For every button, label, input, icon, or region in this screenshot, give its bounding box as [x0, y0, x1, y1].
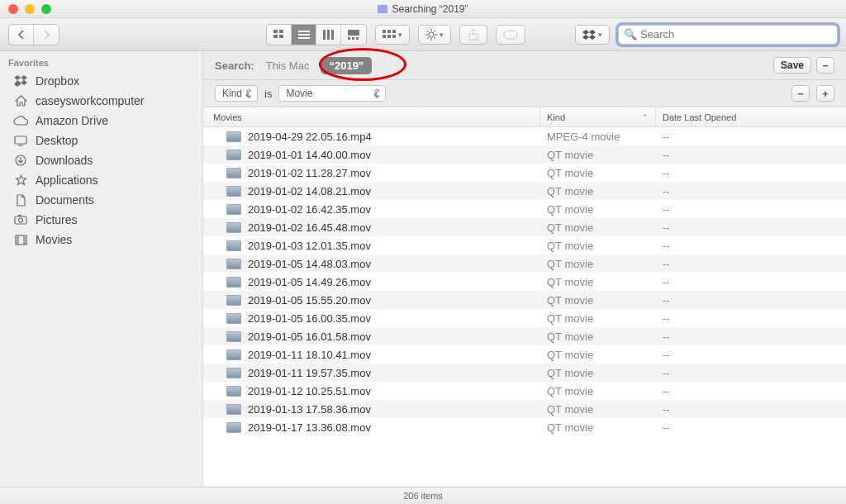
minimize-window-button[interactable]	[25, 4, 35, 14]
list-view-button[interactable]	[292, 25, 316, 45]
file-name: 2019-01-11 19.57.35.mov	[248, 367, 371, 379]
remove-criteria-button[interactable]: −	[791, 85, 810, 102]
nav-forward-button[interactable]	[34, 25, 59, 45]
file-row[interactable]: 2019-01-12 10.25.51.movQT movie--	[203, 382, 846, 400]
svg-rect-16	[392, 30, 396, 33]
svg-rect-11	[348, 37, 350, 40]
file-row[interactable]: 2019-01-13 17.58.36.movQT movie--	[203, 400, 846, 418]
sidebar-item-movies[interactable]: Movies	[0, 230, 202, 250]
column-header-kind[interactable]: Kind⌃	[540, 107, 656, 126]
save-label: Save	[781, 59, 804, 71]
file-kind: QT movie	[540, 167, 656, 179]
file-row[interactable]: 2019-01-05 15.55.20.movQT movie--	[203, 291, 846, 309]
file-row[interactable]: 2019-04-29 22.05.16.mp4MPEG-4 movie--	[203, 127, 846, 145]
sidebar-item-label: Documents	[36, 193, 94, 207]
file-kind: QT movie	[540, 240, 656, 252]
file-kind: QT movie	[540, 312, 656, 325]
chevron-down-icon: ▾	[598, 31, 602, 39]
fullscreen-window-button[interactable]	[41, 4, 51, 14]
save-search-button[interactable]: Save	[773, 57, 811, 74]
file-date: --	[656, 240, 846, 252]
column-header-movies[interactable]: Movies	[203, 107, 540, 126]
file-row[interactable]: 2019-01-05 14.49.26.movQT movie--	[203, 273, 846, 291]
add-criteria-button[interactable]: +	[816, 85, 834, 102]
file-list[interactable]: 2019-04-29 22.05.16.mp4MPEG-4 movie--201…	[203, 127, 846, 487]
view-mode-segmented	[266, 24, 367, 45]
sidebar-item-label: caseysworkcomputer	[36, 94, 145, 107]
gallery-view-button[interactable]	[341, 25, 366, 45]
dropbox-toolbar-button[interactable]: ▾	[575, 25, 610, 45]
file-date: --	[656, 167, 846, 179]
column-view-button[interactable]	[316, 25, 341, 45]
file-row[interactable]: 2019-01-02 16.45.48.movQT movie--	[203, 218, 846, 236]
file-row[interactable]: 2019-01-05 16.00.35.movQT movie--	[203, 309, 846, 327]
file-name: 2019-04-29 22.05.16.mp4	[248, 131, 372, 143]
file-name: 2019-01-02 14.08.21.mov	[248, 185, 371, 197]
tags-button[interactable]	[496, 25, 525, 45]
file-name: 2019-01-13 17.58.36.mov	[248, 403, 371, 416]
search-input[interactable]	[640, 28, 832, 40]
file-row[interactable]: 2019-01-17 13.36.08.movQT movie--	[203, 418, 846, 436]
file-row[interactable]: 2019-01-02 14.08.21.movQT movie--	[203, 182, 846, 200]
file-date: --	[656, 276, 846, 288]
file-row[interactable]: 2019-01-05 14.48.03.movQT movie--	[203, 254, 846, 273]
search-field-wrapper[interactable]: 🔍	[618, 25, 838, 45]
sidebar-item-amazon-drive[interactable]: Amazon Drive	[0, 111, 202, 131]
sidebar-item-dropbox[interactable]: Dropbox	[0, 71, 202, 91]
file-date: --	[656, 312, 846, 325]
chevron-down-icon: ▾	[440, 31, 444, 39]
svg-rect-12	[352, 37, 354, 40]
sidebar-item-desktop[interactable]: Desktop	[0, 131, 202, 150]
file-date: --	[656, 367, 846, 379]
svg-rect-9	[331, 30, 334, 40]
file-date: --	[656, 421, 846, 434]
file-kind: QT movie	[540, 276, 656, 288]
svg-rect-1	[279, 30, 283, 33]
criteria-value-dropdown[interactable]: Movie	[278, 85, 386, 102]
file-row[interactable]: 2019-01-11 19.57.35.movQT movie--	[203, 364, 846, 382]
main-pane: Search: This Mac “2019” Save − Kind is M…	[203, 51, 846, 487]
svg-rect-7	[323, 30, 326, 40]
share-button[interactable]	[459, 25, 487, 45]
file-row[interactable]: 2019-01-02 11.28.27.movQT movie--	[203, 164, 846, 182]
movie-thumb-icon	[226, 168, 241, 178]
group-by-button[interactable]: ▾	[375, 25, 410, 45]
close-window-button[interactable]	[8, 4, 18, 14]
icon-view-button[interactable]	[267, 25, 292, 45]
sort-asc-icon: ⌃	[642, 113, 649, 121]
movie-thumb-icon	[226, 422, 241, 433]
sidebar-item-applications[interactable]: Applications	[0, 170, 202, 190]
sidebar-item-documents[interactable]: Documents	[0, 190, 202, 210]
file-row[interactable]: 2019-01-05 16.01.58.movQT movie--	[203, 327, 846, 345]
file-name: 2019-01-03 12.01.35.mov	[248, 240, 371, 252]
remove-scope-button[interactable]: −	[816, 57, 834, 74]
file-name: 2019-01-17 13.36.08.mov	[248, 421, 371, 434]
sidebar-item-caseysworkcomputer[interactable]: caseysworkcomputer	[0, 91, 202, 111]
svg-rect-36	[18, 215, 21, 216]
scope-token-2019[interactable]: “2019”	[321, 57, 372, 74]
movie-thumb-icon	[226, 204, 241, 215]
action-menu-button[interactable]: ▾	[418, 25, 451, 45]
apps-icon	[13, 174, 28, 187]
file-kind: QT movie	[540, 385, 656, 397]
column-header-date[interactable]: Date Last Opened	[656, 107, 846, 126]
file-row[interactable]: 2019-01-02 16.42.35.movQT movie--	[203, 200, 846, 218]
criteria-field-dropdown[interactable]: Kind	[215, 85, 258, 102]
item-count: 206 items	[403, 491, 443, 501]
sidebar-item-downloads[interactable]: Downloads	[0, 150, 202, 170]
movie-thumb-icon	[226, 150, 241, 160]
nav-back-button[interactable]	[9, 25, 34, 45]
file-kind: QT movie	[540, 349, 656, 361]
file-name: 2019-01-01 14.40.00.mov	[248, 149, 371, 161]
sidebar-item-pictures[interactable]: Pictures	[0, 210, 202, 230]
svg-line-27	[434, 31, 435, 32]
file-row[interactable]: 2019-01-01 14.40.00.movQT movie--	[203, 145, 846, 164]
file-kind: QT movie	[540, 330, 656, 343]
scope-this-mac[interactable]: This Mac	[266, 59, 310, 72]
movie-thumb-icon	[226, 331, 241, 342]
svg-rect-30	[504, 31, 517, 39]
file-kind: QT movie	[540, 203, 656, 216]
file-row[interactable]: 2019-01-11 18.10.41.movQT movie--	[203, 345, 846, 364]
sidebar-item-label: Dropbox	[36, 74, 79, 88]
file-row[interactable]: 2019-01-03 12.01.35.movQT movie--	[203, 236, 846, 254]
